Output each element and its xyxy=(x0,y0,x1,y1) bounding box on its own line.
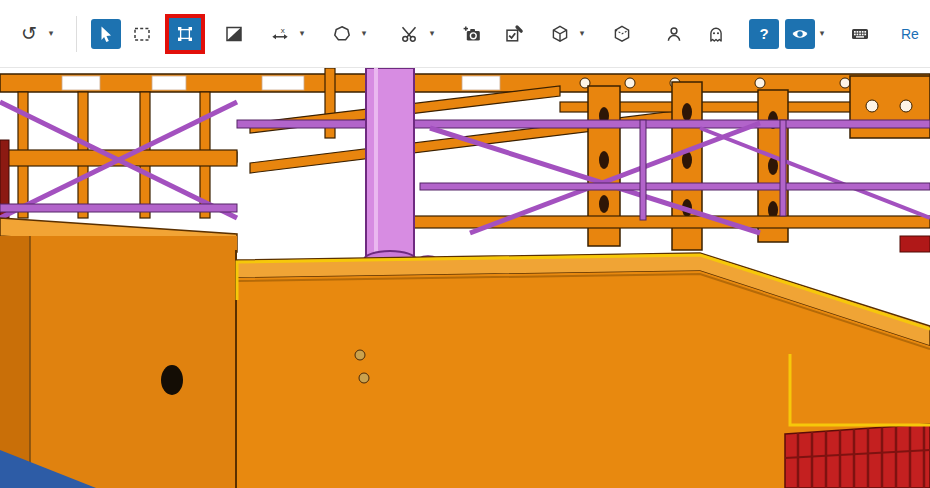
transform-icon xyxy=(175,24,195,44)
svg-text:x: x xyxy=(281,25,285,34)
view-cube-button[interactable] xyxy=(545,19,575,49)
marquee-icon xyxy=(132,24,152,44)
cube-icon xyxy=(550,24,570,44)
cube-outline-icon xyxy=(612,24,632,44)
visibility-group: ▾ xyxy=(785,19,829,49)
polygon-select-button[interactable] xyxy=(327,19,357,49)
move-measure-group: x ▾ xyxy=(265,19,309,49)
camera-plus-icon xyxy=(462,24,482,44)
keyboard-icon xyxy=(850,24,870,44)
person-icon xyxy=(664,24,684,44)
check-pencil-icon xyxy=(504,24,524,44)
keyboard-shortcuts-button[interactable] xyxy=(845,19,875,49)
bounding-box-button[interactable] xyxy=(607,19,637,49)
markup-tools-button[interactable] xyxy=(499,19,529,49)
section-cut-button[interactable] xyxy=(395,19,425,49)
toolbar-separator xyxy=(76,16,77,52)
section-cut-dropdown-caret[interactable]: ▾ xyxy=(425,29,439,38)
section-cut-group: ▾ xyxy=(395,19,439,49)
visibility-button[interactable] xyxy=(785,19,815,49)
snapshot-camera-button[interactable] xyxy=(457,19,487,49)
orbit-group: ↺ ▾ xyxy=(14,19,58,49)
polygon-icon xyxy=(332,24,352,44)
viewport-3d-scene[interactable] xyxy=(0,68,930,488)
free-transform-button[interactable] xyxy=(169,18,201,50)
model-viewport[interactable] xyxy=(0,68,930,488)
polygon-dropdown-caret[interactable]: ▾ xyxy=(357,29,371,38)
toolbar-overflow-label[interactable]: Re xyxy=(901,26,919,42)
ghost-mode-button[interactable] xyxy=(701,19,731,49)
orbit-dropdown-caret[interactable]: ▾ xyxy=(44,29,58,38)
ghost-icon xyxy=(706,24,726,44)
visibility-dropdown-caret[interactable]: ▾ xyxy=(815,29,829,38)
contrast-icon xyxy=(224,24,244,44)
main-toolbar: ↺ ▾ xyxy=(0,0,930,68)
move-axis-icon: x xyxy=(270,24,290,44)
move-measure-button[interactable]: x xyxy=(265,19,295,49)
annotation-highlight xyxy=(165,14,205,54)
scissors-icon xyxy=(400,24,420,44)
view-cube-group: ▾ xyxy=(545,19,589,49)
avatar-view-button[interactable] xyxy=(659,19,689,49)
eye-icon xyxy=(790,24,810,44)
contrast-display-button[interactable] xyxy=(219,19,249,49)
question-icon: ? xyxy=(759,26,768,41)
cursor-icon xyxy=(96,24,116,44)
orbit-button[interactable]: ↺ xyxy=(14,19,44,49)
orbit-icon: ↺ xyxy=(21,24,37,43)
polygon-select-group: ▾ xyxy=(327,19,371,49)
help-button[interactable]: ? xyxy=(749,19,779,49)
move-dropdown-caret[interactable]: ▾ xyxy=(295,29,309,38)
marquee-select-button[interactable] xyxy=(127,19,157,49)
select-button[interactable] xyxy=(91,19,121,49)
view-cube-dropdown-caret[interactable]: ▾ xyxy=(575,29,589,38)
